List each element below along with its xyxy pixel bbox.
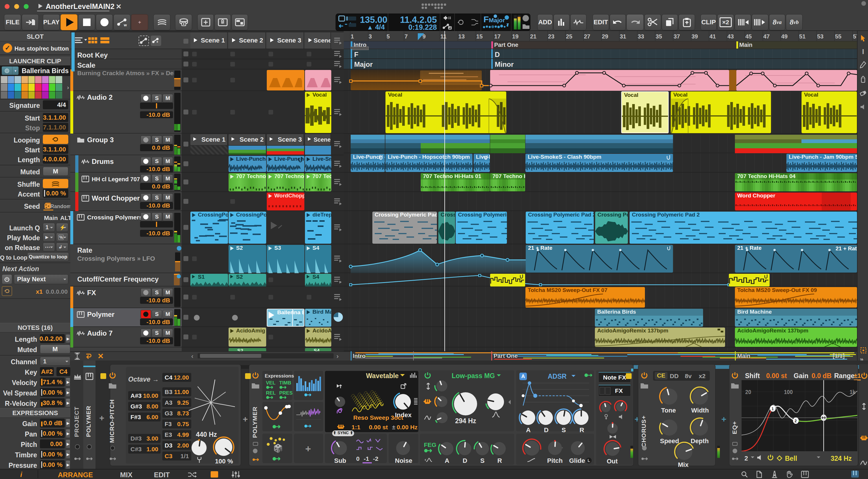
- svg-text:w: w: [124, 23, 127, 27]
- svg-text:1k: 1k: [849, 389, 856, 395]
- svg-text:1: 1: [771, 406, 774, 411]
- svg-text:20: 20: [745, 389, 751, 395]
- svg-text:*: *: [157, 40, 158, 44]
- svg-text:100: 100: [784, 389, 793, 395]
- svg-text:2: 2: [795, 418, 797, 423]
